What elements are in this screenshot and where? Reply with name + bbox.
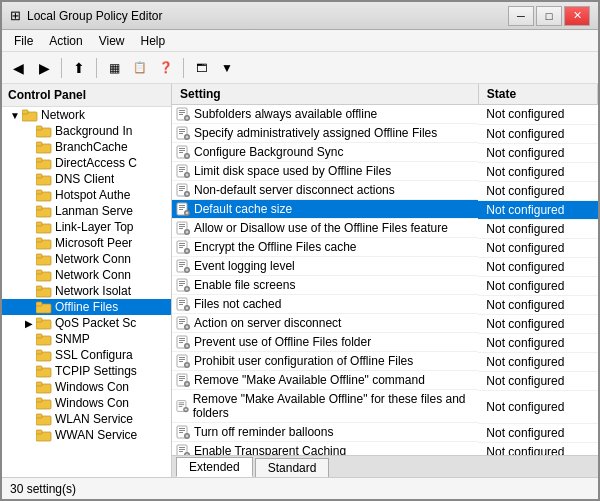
- table-row[interactable]: Configure Background SyncNot configured: [172, 143, 598, 162]
- svg-rect-43: [179, 110, 185, 111]
- sidebar-item-tcpip-settings[interactable]: TCPIP Settings: [2, 363, 171, 379]
- setting-icon: [176, 354, 190, 368]
- sidebar-item-snmp[interactable]: SNMP: [2, 331, 171, 347]
- table-row[interactable]: Turn off reminder balloonsNot configured: [172, 423, 598, 442]
- content-area: Setting State Subfolders always availabl…: [172, 84, 598, 477]
- state-cell-8: Not configured: [478, 257, 597, 276]
- table-row[interactable]: Prohibit user configuration of Offline F…: [172, 352, 598, 371]
- show-hide-console-tree-button[interactable]: ▦: [102, 56, 126, 80]
- col-setting[interactable]: Setting: [172, 84, 478, 105]
- minimize-button[interactable]: ─: [508, 6, 534, 26]
- svg-rect-88: [179, 281, 185, 282]
- table-row[interactable]: Subfolders always available offlineNot c…: [172, 105, 598, 125]
- svg-rect-35: [36, 382, 42, 386]
- svg-rect-85: [179, 266, 183, 267]
- svg-rect-58: [179, 167, 185, 168]
- table-row[interactable]: Remove "Make Available Offline" commandN…: [172, 371, 598, 390]
- state-cell-12: Not configured: [478, 333, 597, 352]
- setting-icon: [176, 278, 190, 292]
- filter-button[interactable]: ▼: [215, 56, 239, 80]
- table-row[interactable]: Remove "Make Available Offline" for thes…: [172, 390, 598, 423]
- table-row[interactable]: Enable file screensNot configured: [172, 276, 598, 295]
- forward-button[interactable]: ▶: [32, 56, 56, 80]
- setting-icon: [176, 316, 190, 330]
- setting-icon: [176, 183, 190, 197]
- sidebar-item-network-conn2[interactable]: Network Conn: [2, 267, 171, 283]
- setting-cell-3: Limit disk space used by Offline Files: [172, 162, 478, 181]
- table-row[interactable]: Specify administratively assigned Offlin…: [172, 124, 598, 143]
- sidebar-item-hotspot-authe[interactable]: Hotspot Authe: [2, 187, 171, 203]
- sidebar-item-windows-con1[interactable]: Windows Con: [2, 379, 171, 395]
- col-state[interactable]: State: [478, 84, 597, 105]
- setting-icon: [176, 297, 190, 311]
- sidebar-item-label-dns-client: DNS Client: [55, 172, 114, 186]
- sidebar-item-network-isolat[interactable]: Network Isolat: [2, 283, 171, 299]
- help-button[interactable]: ❓: [154, 56, 178, 80]
- sidebar-item-label-branchcache: BranchCache: [55, 140, 128, 154]
- sidebar-item-wlan-service[interactable]: WLAN Service: [2, 411, 171, 427]
- sidebar-item-directaccess-c[interactable]: DirectAccess C: [2, 155, 171, 171]
- sidebar-item-label-qos-packet-sc: QoS Packet Sc: [55, 316, 136, 330]
- sidebar-item-network-conn1[interactable]: Network Conn: [2, 251, 171, 267]
- table-row[interactable]: Non-default server disconnect actionsNot…: [172, 181, 598, 200]
- table-row[interactable]: Encrypt the Offline Files cacheNot confi…: [172, 238, 598, 257]
- close-button[interactable]: ✕: [564, 6, 590, 26]
- setting-label-10: Files not cached: [194, 297, 281, 311]
- sidebar-item-microsoft-peer[interactable]: Microsoft Peer: [2, 235, 171, 251]
- table-row[interactable]: Event logging levelNot configured: [172, 257, 598, 276]
- menu-file[interactable]: File: [6, 32, 41, 50]
- setting-label-0: Subfolders always available offline: [194, 107, 377, 121]
- sidebar-item-qos-packet-sc[interactable]: ▶QoS Packet Sc: [2, 315, 171, 331]
- policy-table-wrapper: Setting State Subfolders always availabl…: [172, 84, 598, 455]
- up-button[interactable]: ⬆: [67, 56, 91, 80]
- folder-icon-microsoft-peer: [36, 236, 52, 250]
- menu-action[interactable]: Action: [41, 32, 90, 50]
- sidebar-item-offline-files[interactable]: Offline Files: [2, 299, 171, 315]
- svg-rect-75: [179, 228, 183, 229]
- setting-icon: [176, 399, 189, 413]
- properties-button[interactable]: 📋: [128, 56, 152, 80]
- setting-cell-17: Enable Transparent Caching: [172, 442, 478, 455]
- setting-label-2: Configure Background Sync: [194, 145, 343, 159]
- svg-rect-120: [179, 406, 183, 407]
- back-button[interactable]: ◀: [6, 56, 30, 80]
- svg-rect-17: [36, 238, 42, 242]
- tab-extended[interactable]: Extended: [176, 457, 253, 477]
- sidebar-item-ssl-configura[interactable]: SSL Configura: [2, 347, 171, 363]
- sidebar-item-network[interactable]: ▼Network: [2, 107, 171, 123]
- table-row[interactable]: Default cache sizeNot configured: [172, 200, 598, 219]
- sidebar-item-wwan-service[interactable]: WWAN Service: [2, 427, 171, 443]
- svg-rect-55: [179, 152, 183, 153]
- sidebar-item-windows-con2[interactable]: Windows Con: [2, 395, 171, 411]
- table-row[interactable]: Files not cachedNot configured: [172, 295, 598, 314]
- svg-rect-54: [179, 150, 185, 151]
- table-row[interactable]: Prevent use of Offline Files folderNot c…: [172, 333, 598, 352]
- sidebar-item-branchcache[interactable]: BranchCache: [2, 139, 171, 155]
- sidebar-item-label-microsoft-peer: Microsoft Peer: [55, 236, 132, 250]
- svg-rect-23: [36, 286, 42, 290]
- menu-view[interactable]: View: [91, 32, 133, 50]
- sidebar-item-lanman-serve[interactable]: Lanman Serve: [2, 203, 171, 219]
- folder-icon-background-in: [36, 124, 52, 138]
- new-window-button[interactable]: 🗔: [189, 56, 213, 80]
- table-row[interactable]: Action on server disconnectNot configure…: [172, 314, 598, 333]
- table-row[interactable]: Enable Transparent CachingNot configured: [172, 442, 598, 455]
- maximize-button[interactable]: □: [536, 6, 562, 26]
- svg-rect-64: [179, 188, 185, 189]
- svg-rect-115: [179, 380, 183, 381]
- tab-standard[interactable]: Standard: [255, 458, 330, 477]
- svg-rect-68: [179, 205, 185, 206]
- menu-bar: File Action View Help: [2, 30, 598, 52]
- setting-icon: [176, 164, 190, 178]
- table-row[interactable]: Limit disk space used by Offline FilesNo…: [172, 162, 598, 181]
- sidebar-item-dns-client[interactable]: DNS Client: [2, 171, 171, 187]
- folder-icon-lanman-serve: [36, 204, 52, 218]
- sidebar-item-link-layer-top[interactable]: Link-Layer Top: [2, 219, 171, 235]
- setting-icon: [176, 107, 190, 121]
- menu-help[interactable]: Help: [133, 32, 174, 50]
- svg-rect-27: [36, 318, 42, 322]
- sidebar-item-background-in[interactable]: Background In: [2, 123, 171, 139]
- setting-cell-8: Event logging level: [172, 257, 478, 276]
- table-row[interactable]: Allow or Disallow use of the Offline Fil…: [172, 219, 598, 238]
- setting-cell-15: Remove "Make Available Offline" for thes…: [172, 390, 478, 423]
